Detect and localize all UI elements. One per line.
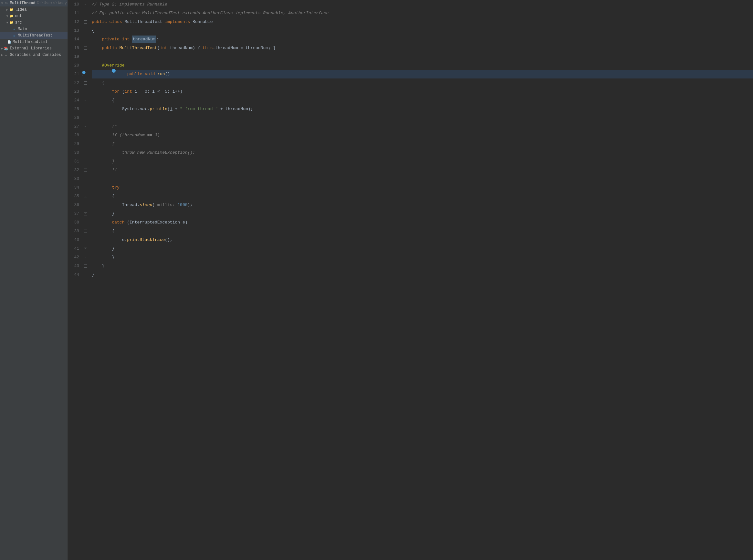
line-num-37: 37 <box>69 209 79 218</box>
brace: { <box>102 79 104 86</box>
sidebar-item-src[interactable]: ▶ 📁 src <box>0 19 67 26</box>
sidebar-item-external-libraries[interactable]: ▶ 📚 External Libraries <box>0 45 67 52</box>
sidebar-item-idea[interactable]: ▶ 📁 .idea <box>0 6 67 13</box>
sidebar-label-iml: MultiThread.iml <box>13 40 47 44</box>
sidebar-label-out: out <box>15 14 22 18</box>
fold-icon[interactable]: − <box>84 81 87 85</box>
gutter-39[interactable]: − <box>82 227 89 236</box>
indent <box>92 132 112 139</box>
indent <box>92 88 112 95</box>
for-paren: ( <box>122 88 125 95</box>
code-line-10: // Type 2: implements Runnable <box>92 0 753 9</box>
sidebar-path: C:\Users\Andy1 <box>37 1 70 5</box>
code-line-20: @Override <box>92 61 753 70</box>
gutter-41[interactable]: − <box>82 244 89 253</box>
gutter-14 <box>82 35 89 44</box>
sidebar-item-iml[interactable]: 📄 MultiThread.iml <box>0 39 67 45</box>
kw-int2: int <box>124 88 134 95</box>
brace-try-close: } <box>112 210 114 217</box>
fold-icon[interactable]: − <box>84 99 87 102</box>
fold-icon[interactable]: − <box>84 247 87 250</box>
indent <box>92 44 102 51</box>
fold-icon[interactable]: − <box>84 20 87 24</box>
line-num-29: 29 <box>69 140 79 148</box>
arrow-icon: ▶ <box>1 53 3 57</box>
indent <box>92 263 102 269</box>
str-fromthread: " from thread " <box>180 106 218 113</box>
indent <box>92 79 102 86</box>
indent <box>92 149 122 156</box>
code-line-33 <box>92 174 753 183</box>
thread: Thread. <box>122 201 140 208</box>
fold-icon[interactable]: − <box>84 264 87 268</box>
line-num-44: 44 <box>69 270 79 279</box>
java-file-icon: ☕ <box>12 26 17 32</box>
fold-icon[interactable]: − <box>84 229 87 233</box>
exception-type: InterruptedException <box>130 219 182 226</box>
line-num-26: 26 <box>69 113 79 122</box>
indent <box>92 184 112 191</box>
fold-icon[interactable]: − <box>84 3 87 6</box>
editor: 10 11 12 13 14 15 19 20 21 22 23 24 25 2… <box>68 0 753 560</box>
sidebar-item-multithread[interactable]: ▶ 🗂 MultiThread C:\Users\Andy1 <box>0 0 67 6</box>
fold-icon[interactable]: − <box>84 256 87 259</box>
indent <box>92 97 112 104</box>
indent <box>92 193 112 200</box>
line-num-39: 39 <box>69 227 79 236</box>
sidebar-item-multithreadtest[interactable]: ☕ MultiThreadTest <box>0 32 67 39</box>
concat: + <box>173 106 180 113</box>
fold-icon[interactable]: − <box>84 46 87 50</box>
fold-icon[interactable]: − <box>84 125 87 128</box>
code-line-21: ↑ public void run() <box>92 70 753 79</box>
code-line-12: public class MultiThreadTest implements … <box>92 17 753 26</box>
gutter-26 <box>82 113 89 122</box>
method-println: println <box>150 106 167 113</box>
code-line-38: catch (InterruptedException e) <box>92 218 753 227</box>
line-num-15: 15 <box>69 44 79 52</box>
gutter-12[interactable]: − <box>82 17 89 26</box>
code-line-35: { <box>92 192 753 201</box>
sleep-val: 1000 <box>177 201 187 208</box>
code-line-43: } <box>92 262 753 270</box>
line-num-10: 10 <box>69 0 79 9</box>
out-italic: out <box>140 106 147 113</box>
gutter-32[interactable]: − <box>82 166 89 174</box>
code-area[interactable]: // Type 2: implements Runnable // Eg. pu… <box>89 0 753 560</box>
gutter-43[interactable]: − <box>82 262 89 270</box>
var-i4: i <box>170 106 173 113</box>
project-icon: 🗂 <box>3 1 9 6</box>
code-line-42: } <box>92 253 753 262</box>
gutter-28 <box>82 131 89 140</box>
arrow-icon: ▶ <box>0 2 4 4</box>
fold-icon[interactable]: − <box>84 168 87 172</box>
gutter-22[interactable]: − <box>82 79 89 87</box>
gutter-24[interactable]: − <box>82 96 89 105</box>
code-line-28: if (threadNum == 3) <box>92 131 753 140</box>
kw-public: public <box>127 71 145 78</box>
sidebar-item-out[interactable]: ▶ 📁 out <box>0 13 67 19</box>
var-i2: i <box>152 88 155 95</box>
sidebar-item-scratches[interactable]: ▶ ✏️ Scratches and Consoles <box>0 52 67 58</box>
sidebar-label-idea: .idea <box>15 7 26 12</box>
gutter-38 <box>82 218 89 227</box>
gutter-42[interactable]: − <box>82 253 89 262</box>
code-text: // Eg. public class MultiThreadTest exte… <box>92 10 329 17</box>
gutter-37[interactable]: − <box>82 209 89 218</box>
brace: { <box>112 97 114 104</box>
gutter-35[interactable]: − <box>82 192 89 201</box>
gutter-27[interactable]: − <box>82 122 89 131</box>
kw-public: public <box>102 44 120 51</box>
indent <box>92 245 112 252</box>
gutter-15[interactable]: − <box>82 44 89 52</box>
paren-open: ( <box>157 44 160 51</box>
fold-icon[interactable]: − <box>84 212 87 215</box>
code-line-19 <box>92 52 753 61</box>
gutter-10[interactable]: − <box>82 0 89 9</box>
comment-brace-close: } <box>112 158 114 165</box>
sleep-paren: ( <box>152 201 157 208</box>
line-num-43: 43 <box>69 262 79 270</box>
sidebar-item-main[interactable]: ☕ Main <box>0 26 67 32</box>
line-num-23: 23 <box>69 87 79 96</box>
java-file-icon: ☕ <box>12 33 17 38</box>
fold-icon[interactable]: − <box>84 195 87 198</box>
